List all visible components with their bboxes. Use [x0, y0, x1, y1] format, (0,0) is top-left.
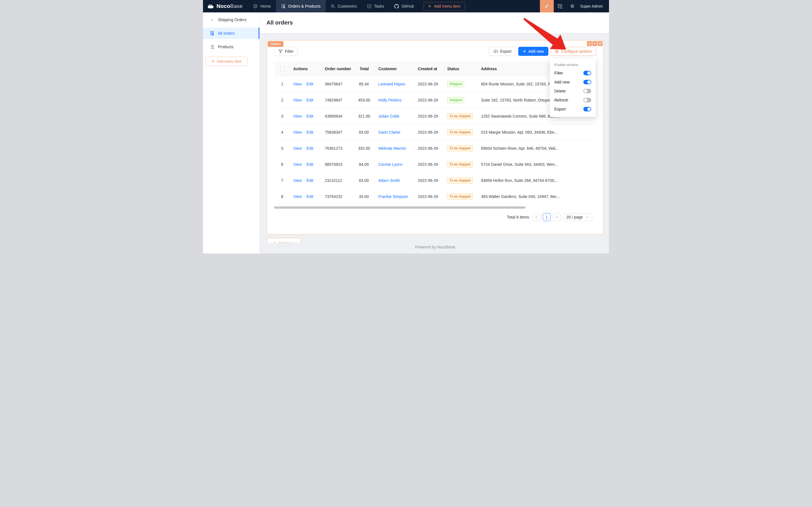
nocobase-logo[interactable]: NocoBase	[203, 3, 248, 10]
page-size-select[interactable]: 20 / page	[563, 213, 592, 221]
status-badge: To be shipped	[447, 177, 473, 183]
toggle-add-new[interactable]	[583, 80, 591, 84]
add-new-button[interactable]: Add new	[518, 47, 548, 56]
page-number-button[interactable]: 1	[543, 213, 550, 221]
view-link[interactable]: View	[293, 178, 302, 183]
toggle-knob	[587, 107, 591, 111]
add-block-icon[interactable]	[592, 41, 597, 46]
export-button[interactable]: Export	[489, 47, 516, 56]
column-header-status[interactable]: Status	[444, 61, 478, 76]
order-number-cell: 43895834	[322, 114, 355, 118]
add-block-clipped-region: Add block	[267, 238, 304, 243]
column-header-created-at[interactable]: Created at	[415, 61, 444, 76]
view-link[interactable]: View	[293, 114, 302, 118]
sidebar-add-menu-item-button[interactable]: Add menu item	[206, 57, 247, 66]
view-link[interactable]: View	[293, 98, 302, 102]
customer-link[interactable]: Melinda Warren	[379, 146, 406, 151]
status-cell: To be shipped	[444, 129, 478, 135]
edit-link[interactable]: Edit	[306, 146, 313, 151]
column-header-order-number[interactable]: Order number	[322, 61, 355, 76]
nav-item-customers[interactable]: Customers	[326, 0, 362, 12]
select-all-checkbox[interactable]	[280, 67, 285, 71]
customer-cell: Adam Smith	[375, 178, 415, 183]
nav-add-menu-item-button[interactable]: Add menu item	[423, 2, 465, 11]
scrollbar-thumb[interactable]	[274, 207, 526, 209]
nav-item-github[interactable]: GitHub	[389, 0, 419, 12]
sidebar-item-all-orders[interactable]: All orders	[203, 27, 259, 39]
status-cell: To be shipped	[444, 161, 478, 168]
user-menu[interactable]: Super Admin	[579, 4, 609, 8]
toggle-delete[interactable]	[583, 89, 591, 93]
toggle-knob	[584, 90, 587, 93]
customer-cell: Connie Lyons	[375, 162, 415, 167]
view-link[interactable]: View	[293, 130, 302, 134]
file-check-icon	[210, 31, 214, 36]
customer-link[interactable]: Adam Smith	[379, 178, 400, 183]
add-block-button[interactable]: Add block	[267, 238, 300, 243]
edit-link[interactable]: Edit	[306, 98, 313, 102]
view-link[interactable]: View	[293, 162, 302, 167]
status-badge: To be shipped	[447, 193, 473, 200]
customer-link[interactable]: Julian Cobb	[379, 114, 399, 118]
created-at-cell: 2022-06-29	[415, 98, 444, 102]
customer-link[interactable]: Frankie Simpson	[379, 194, 408, 199]
toolbar-right-group: Export Add new ⚙ Configure actions	[489, 47, 596, 56]
filter-button[interactable]: Filter	[274, 47, 298, 56]
drag-handle-icon[interactable]	[587, 41, 592, 46]
edit-link[interactable]: Edit	[306, 82, 313, 86]
previous-page-button[interactable]	[533, 213, 540, 221]
page-header: All orders	[260, 12, 609, 33]
enable-action-label: Export	[554, 107, 566, 111]
status-badge: To be shipped	[447, 113, 473, 119]
configure-actions-button[interactable]: ⚙ Configure actions	[550, 47, 596, 56]
table-row: 2ViewEdit74829847453.00Holly Perkins2022…	[274, 92, 596, 108]
block-menu-icon[interactable]	[598, 41, 602, 46]
row-actions: ViewEdit	[290, 114, 322, 118]
settings-gear-icon[interactable]: ⚙	[566, 0, 579, 12]
total-cell: 321.00	[355, 114, 375, 118]
nav-item-orders-products[interactable]: Orders & Products	[276, 0, 326, 12]
customer-link[interactable]: Connie Lyons	[379, 162, 402, 167]
ui-editor-button[interactable]	[540, 0, 554, 12]
column-header-customer[interactable]: Customer	[375, 61, 415, 76]
enable-actions-dropdown: Enable actions FilterAdd newDeleteRefres…	[550, 59, 596, 117]
column-header-total[interactable]: Total	[355, 61, 375, 76]
main-menu: Home Orders & Products Customers	[248, 0, 419, 12]
created-at-cell: 2022-06-29	[415, 194, 444, 199]
horizontal-scrollbar[interactable]	[274, 207, 596, 209]
plus-icon	[523, 50, 526, 53]
enable-action-label: Refresh	[554, 98, 568, 102]
plugin-manager-button[interactable]	[554, 0, 566, 12]
view-link[interactable]: View	[293, 146, 302, 151]
toggle-filter[interactable]	[583, 71, 591, 75]
edit-link[interactable]: Edit	[306, 178, 313, 183]
edit-link[interactable]: Edit	[306, 114, 313, 118]
row-actions: ViewEdit	[290, 98, 322, 102]
total-cell: 453.00	[355, 98, 375, 102]
nav-item-label: Tasks	[374, 4, 384, 8]
customer-link[interactable]: Leonard Hayes	[379, 82, 405, 86]
nav-item-label: Customers	[338, 4, 357, 8]
sidebar-item-shipping-orders[interactable]: ↑ Shipping Orders	[203, 14, 259, 25]
enable-action-label: Delete	[554, 89, 566, 93]
customer-link[interactable]: Holly Perkins	[379, 98, 402, 102]
customer-cell: Melinda Warren	[375, 146, 415, 151]
edit-link[interactable]: Edit	[306, 162, 313, 167]
view-link[interactable]: View	[293, 82, 302, 86]
edit-link[interactable]: Edit	[306, 130, 313, 134]
customer-link[interactable]: Darin Clarke	[379, 130, 400, 134]
next-page-button[interactable]	[553, 213, 561, 221]
customer-cell: Darin Clarke	[375, 130, 415, 134]
nav-item-tasks[interactable]: Tasks	[362, 0, 389, 12]
row-actions: ViewEdit	[290, 194, 322, 199]
toggle-export[interactable]	[583, 107, 591, 111]
pagination-total: Total 8 items	[507, 215, 529, 219]
toggle-refresh[interactable]	[583, 98, 591, 102]
sidebar-item-products[interactable]: Products	[203, 41, 259, 52]
status-badge: Shipped	[447, 97, 464, 103]
view-link[interactable]: View	[293, 194, 302, 199]
edit-link[interactable]: Edit	[306, 194, 313, 199]
nav-item-home[interactable]: Home	[248, 0, 276, 12]
column-header-actions[interactable]: Actions	[290, 61, 322, 76]
orders-table: Actions Order number Total Customer Crea…	[274, 61, 596, 205]
